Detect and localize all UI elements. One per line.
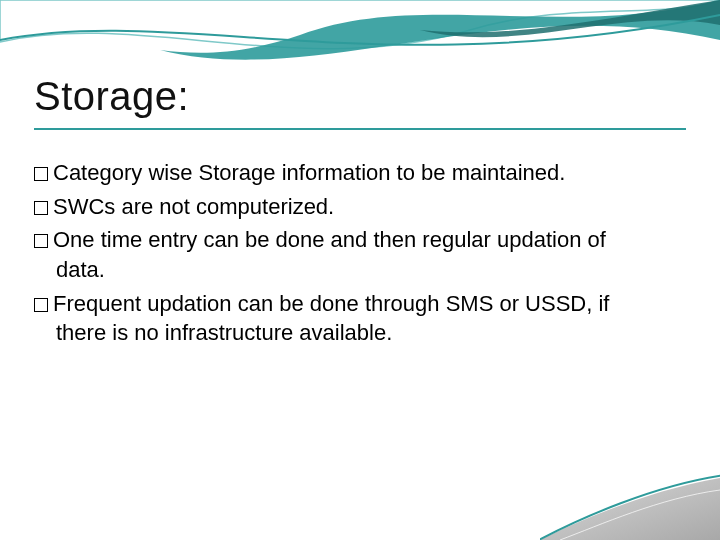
bullet-item: One time entry can be done and then regu… bbox=[34, 225, 654, 284]
bullet-text: Category wise Storage information to be … bbox=[53, 160, 565, 185]
title-underline bbox=[34, 128, 686, 130]
bullet-item: SWCs are not computerized. bbox=[34, 192, 654, 222]
bullet-item: Frequent updation can be done through SM… bbox=[34, 289, 654, 348]
bullet-text: One time entry can be done and then regu… bbox=[53, 227, 606, 282]
square-bullet-icon bbox=[34, 298, 48, 312]
square-bullet-icon bbox=[34, 167, 48, 181]
decorative-corner-bottom-right bbox=[540, 470, 720, 540]
slide: Storage: Category wise Storage informati… bbox=[0, 0, 720, 540]
body-text: Category wise Storage information to be … bbox=[34, 158, 654, 352]
slide-title: Storage: bbox=[34, 74, 189, 119]
square-bullet-icon bbox=[34, 201, 48, 215]
square-bullet-icon bbox=[34, 234, 48, 248]
bullet-text: Frequent updation can be done through SM… bbox=[53, 291, 609, 346]
bullet-item: Category wise Storage information to be … bbox=[34, 158, 654, 188]
bullet-text: SWCs are not computerized. bbox=[53, 194, 334, 219]
